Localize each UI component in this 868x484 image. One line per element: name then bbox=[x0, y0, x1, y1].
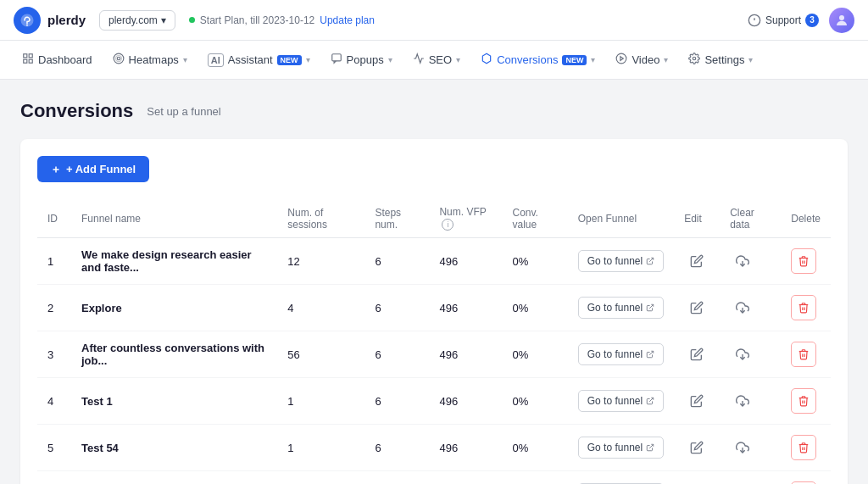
edit-button[interactable] bbox=[684, 435, 709, 460]
col-conv: Conv. value bbox=[502, 199, 567, 238]
cell-sessions: 12 bbox=[277, 238, 364, 285]
delete-button[interactable] bbox=[791, 295, 816, 320]
plan-text: Start Plan, till 2023-10-12 bbox=[200, 14, 314, 26]
nav-item-assistant[interactable]: AI Assistant NEW ▾ bbox=[199, 48, 319, 72]
cell-steps: 6 bbox=[364, 471, 429, 485]
col-delete: Delete bbox=[781, 199, 831, 238]
svg-rect-7 bbox=[29, 59, 32, 63]
plan-info: Start Plan, till 2023-10-12 Update plan bbox=[189, 14, 375, 26]
clear-data-button[interactable] bbox=[730, 388, 755, 414]
cell-conv: 0% bbox=[502, 238, 567, 285]
clear-data-button[interactable] bbox=[730, 248, 755, 274]
support-button[interactable]: Support 3 bbox=[748, 14, 819, 27]
conversions-chevron-icon: ▾ bbox=[591, 55, 595, 64]
add-funnel-label: + Add Funnel bbox=[66, 163, 136, 175]
cell-delete bbox=[781, 378, 831, 425]
cell-open: Go to funnel bbox=[568, 238, 674, 285]
cell-steps: 6 bbox=[364, 378, 429, 425]
table-row: 1 We make design research easier and fas… bbox=[37, 238, 831, 285]
go-to-funnel-button[interactable]: Go to funnel bbox=[578, 297, 664, 319]
cell-id: 3 bbox=[37, 331, 71, 378]
edit-button[interactable] bbox=[684, 295, 709, 320]
cell-edit bbox=[674, 471, 720, 485]
cell-delete bbox=[781, 285, 831, 331]
delete-button[interactable] bbox=[791, 435, 816, 460]
video-icon bbox=[615, 53, 627, 67]
nav-settings-label: Settings bbox=[704, 53, 744, 66]
page-subtitle: Set up a funnel bbox=[147, 105, 220, 118]
edit-button[interactable] bbox=[684, 388, 709, 414]
col-vfp: Num. VFP i bbox=[429, 199, 502, 238]
nav-item-popups[interactable]: Popups ▾ bbox=[322, 47, 401, 72]
go-to-funnel-button[interactable]: Go to funnel bbox=[578, 390, 664, 412]
cell-steps: 6 bbox=[364, 331, 429, 378]
delete-button[interactable] bbox=[791, 342, 816, 367]
cell-open: Go to funnel bbox=[568, 471, 674, 485]
nav-item-seo[interactable]: SEO ▾ bbox=[404, 47, 469, 72]
nav-item-dashboard[interactable]: Dashboard bbox=[14, 47, 101, 72]
cell-vfp: 496 bbox=[429, 425, 502, 471]
support-label: Support bbox=[765, 14, 801, 26]
page-content: Conversions Set up a funnel + Add Funnel… bbox=[0, 80, 868, 484]
svg-line-19 bbox=[649, 351, 654, 355]
go-to-funnel-button[interactable]: Go to funnel bbox=[578, 437, 664, 459]
nav-item-heatmaps[interactable]: Heatmaps ▾ bbox=[104, 47, 196, 72]
nav-video-label: Video bbox=[632, 53, 659, 66]
assistant-chevron-icon: ▾ bbox=[306, 55, 310, 64]
page-header: Conversions Set up a funnel bbox=[20, 100, 848, 122]
cell-sessions: 1 bbox=[277, 425, 364, 471]
go-to-funnel-button[interactable]: Go to funnel bbox=[578, 343, 664, 365]
logo-icon bbox=[14, 7, 41, 34]
nav-item-conversions[interactable]: Conversions NEW ▾ bbox=[472, 47, 604, 72]
clear-data-button[interactable] bbox=[730, 342, 755, 367]
col-clear: Clear data bbox=[720, 199, 781, 238]
edit-button[interactable] bbox=[684, 248, 709, 274]
cell-id: 1 bbox=[37, 238, 71, 285]
cell-name: New user bbox=[71, 471, 277, 485]
cell-edit bbox=[674, 378, 720, 425]
col-id: ID bbox=[37, 199, 71, 238]
nav-assistant-label: Assistant bbox=[228, 53, 273, 66]
col-name: Funnel name bbox=[71, 199, 277, 238]
popups-icon bbox=[331, 53, 342, 67]
logo[interactable]: plerdy bbox=[14, 7, 86, 34]
go-to-funnel-button[interactable]: Go to funnel bbox=[578, 250, 664, 272]
update-plan-link[interactable]: Update plan bbox=[320, 14, 375, 26]
page-title: Conversions bbox=[20, 100, 133, 122]
cell-vfp: 496 bbox=[429, 331, 502, 378]
nav-item-settings[interactable]: Settings ▾ bbox=[680, 47, 761, 72]
cell-edit bbox=[674, 238, 720, 285]
popups-chevron-icon: ▾ bbox=[388, 55, 392, 64]
cell-name: Explore bbox=[71, 285, 277, 331]
delete-button[interactable] bbox=[791, 388, 816, 414]
cell-vfp: 496 bbox=[429, 471, 502, 485]
col-open: Open Funnel bbox=[568, 199, 674, 238]
nav-item-video[interactable]: Video ▾ bbox=[607, 47, 676, 72]
clear-data-button[interactable] bbox=[730, 435, 755, 460]
table-row: 3 After countless conversations with job… bbox=[37, 331, 831, 378]
cell-delete bbox=[781, 471, 831, 485]
svg-point-10 bbox=[617, 53, 627, 64]
edit-button[interactable] bbox=[684, 342, 709, 367]
add-funnel-button[interactable]: + Add Funnel bbox=[37, 156, 149, 182]
svg-point-8 bbox=[117, 57, 120, 60]
cell-steps: 6 bbox=[364, 238, 429, 285]
svg-point-3 bbox=[839, 15, 844, 20]
clear-data-button[interactable] bbox=[730, 295, 755, 320]
cell-clear bbox=[720, 285, 781, 331]
col-edit: Edit bbox=[674, 199, 720, 238]
seo-icon bbox=[413, 53, 425, 67]
cell-clear bbox=[720, 471, 781, 485]
cell-clear bbox=[720, 331, 781, 378]
table-row: 6 New user 1 6 496 0% Go to funnel bbox=[37, 471, 831, 485]
cell-name: We make design research easier and faste… bbox=[71, 238, 277, 285]
cell-open: Go to funnel bbox=[568, 331, 674, 378]
svg-rect-9 bbox=[331, 54, 341, 61]
settings-chevron-icon: ▾ bbox=[748, 55, 753, 64]
cell-steps: 6 bbox=[364, 425, 429, 471]
site-selector[interactable]: plerdy.com ▾ bbox=[99, 10, 175, 31]
delete-button[interactable] bbox=[791, 248, 816, 274]
cell-sessions: 56 bbox=[277, 331, 364, 378]
avatar[interactable] bbox=[829, 8, 854, 33]
vfp-info-icon[interactable]: i bbox=[442, 219, 453, 231]
